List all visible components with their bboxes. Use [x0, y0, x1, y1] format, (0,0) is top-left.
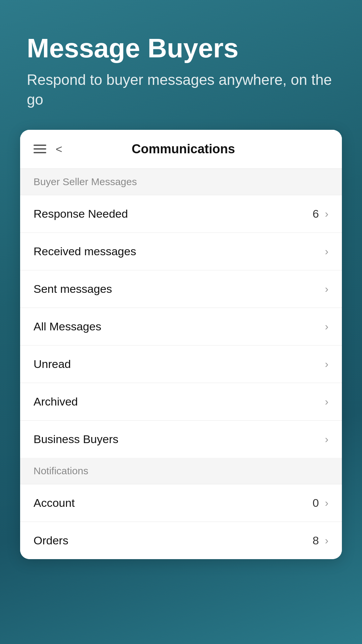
chevron-right-icon: ›: [325, 534, 328, 547]
hero-title: Message Buyers: [27, 34, 335, 63]
list-item-label: Business Buyers: [34, 433, 118, 446]
list-item-label: Received messages: [34, 245, 136, 258]
chevron-right-icon: ›: [325, 208, 328, 220]
list-item-business-buyers[interactable]: Business Buyers›: [20, 420, 342, 458]
list-container: Buyer Seller MessagesResponse Needed6›Re…: [20, 169, 342, 559]
list-item-label: Response Needed: [34, 207, 128, 220]
chevron-right-icon: ›: [325, 320, 328, 333]
chevron-right-icon: ›: [325, 245, 328, 258]
header-title: Communications: [72, 142, 295, 156]
list-item-count: 6: [312, 207, 319, 220]
section-header-0: Buyer Seller Messages: [20, 169, 342, 195]
hero-subtitle: Respond to buyer messages anywhere, on t…: [27, 70, 335, 110]
back-icon[interactable]: <: [56, 143, 62, 156]
card-header: < Communications: [20, 130, 342, 169]
list-item-count: 0: [312, 496, 319, 509]
hero-section: Message Buyers Respond to buyer messages…: [20, 27, 342, 130]
list-item-label: All Messages: [34, 320, 101, 333]
list-item-response-needed[interactable]: Response Needed6›: [20, 195, 342, 232]
list-item-sent-messages[interactable]: Sent messages›: [20, 270, 342, 308]
section-header-8: Notifications: [20, 458, 342, 484]
menu-icon[interactable]: [34, 145, 46, 153]
list-item-label: Unread: [34, 358, 71, 371]
list-item-all-messages[interactable]: All Messages›: [20, 308, 342, 345]
list-item-archived[interactable]: Archived›: [20, 383, 342, 420]
list-item-label: Account: [34, 496, 75, 509]
list-item-label: Orders: [34, 534, 68, 547]
list-item-received-messages[interactable]: Received messages›: [20, 232, 342, 270]
list-item-count: 8: [312, 534, 319, 547]
section-header-label-8: Notifications: [34, 465, 88, 476]
list-item-label: Archived: [34, 395, 78, 408]
list-item-account[interactable]: Account0›: [20, 484, 342, 522]
list-item-unread[interactable]: Unread›: [20, 345, 342, 383]
list-item-label: Sent messages: [34, 282, 112, 296]
chevron-right-icon: ›: [325, 433, 328, 445]
chevron-right-icon: ›: [325, 497, 328, 509]
chevron-right-icon: ›: [325, 358, 328, 370]
chevron-right-icon: ›: [325, 395, 328, 408]
chevron-right-icon: ›: [325, 283, 328, 295]
list-item-orders[interactable]: Orders8›: [20, 522, 342, 559]
communications-card: < Communications Buyer Seller MessagesRe…: [20, 130, 342, 559]
section-header-label-0: Buyer Seller Messages: [34, 176, 137, 187]
